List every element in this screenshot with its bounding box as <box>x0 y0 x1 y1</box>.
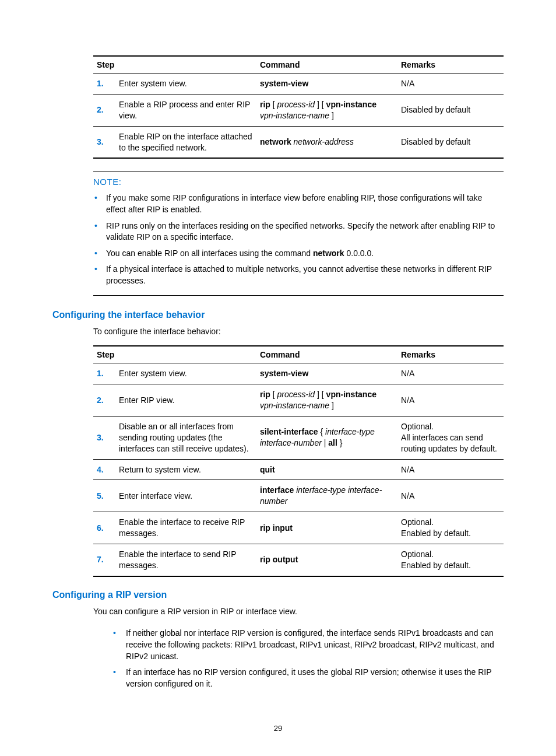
step-desc: Enter interface view. <box>115 480 256 512</box>
col-header-step: Step <box>93 56 256 74</box>
remarks-cell: N/A <box>397 459 504 480</box>
notes-list: If you make some RIP configurations in i… <box>93 190 504 289</box>
table-row: 7.Enable the interface to send RIP messa… <box>93 544 504 576</box>
step-number: 2. <box>93 384 115 416</box>
command-cell: rip output <box>256 544 397 576</box>
step-number: 3. <box>93 126 115 158</box>
interface-behavior-table: Step Command Remarks 1.Enter system view… <box>93 345 504 577</box>
step-number: 1. <box>93 363 115 384</box>
section-title-rip-version: Configuring a RIP version <box>52 590 504 600</box>
col-header-command: Command <box>256 56 397 74</box>
note-item: If you make some RIP configurations in i… <box>93 190 504 218</box>
step-number: 5. <box>93 480 115 512</box>
remarks-cell: Optional.All interfaces can send routing… <box>397 416 504 459</box>
step-desc: Enter system view. <box>115 363 256 384</box>
step-number: 4. <box>93 459 115 480</box>
table-row: 1.Enter system view.system-viewN/A <box>93 363 504 384</box>
step-desc: Disable an or all interfaces from sendin… <box>115 416 256 459</box>
table-row: 4.Return to system view.quitN/A <box>93 459 504 480</box>
command-cell: system-view <box>256 363 397 384</box>
step-desc: Return to system view. <box>115 459 256 480</box>
table-row: 5.Enter interface view.interface interfa… <box>93 480 504 512</box>
remarks-cell: N/A <box>397 363 504 384</box>
step-number: 1. <box>93 74 115 94</box>
note-item: You can enable RIP on all interfaces usi… <box>93 246 504 262</box>
table-row: 2.Enable a RIP process and enter RIP vie… <box>93 94 504 126</box>
remarks-cell: Optional.Enabled by default. <box>397 512 504 544</box>
step-number: 7. <box>93 544 115 576</box>
command-cell: rip input <box>256 512 397 544</box>
remarks-cell: Optional.Enabled by default. <box>397 544 504 576</box>
col-header-remarks: Remarks <box>397 56 504 74</box>
remarks-cell: N/A <box>397 74 504 94</box>
note-item: RIP runs only on the interfaces residing… <box>93 218 504 246</box>
step-number: 2. <box>93 94 115 126</box>
col-header-step: Step <box>93 346 256 363</box>
table-row: 3.Disable an or all interfaces from send… <box>93 416 504 459</box>
content-area-2: To configure the interface behavior: Ste… <box>93 326 504 577</box>
remarks-cell: N/A <box>397 384 504 416</box>
page-number: 29 <box>0 724 556 733</box>
step-desc: Enable the interface to receive RIP mess… <box>115 512 256 544</box>
col-header-remarks: Remarks <box>397 346 504 363</box>
table-row: 6.Enable the interface to receive RIP me… <box>93 512 504 544</box>
list-item: If an interface has no RIP version confi… <box>113 664 504 692</box>
page: Step Command Remarks 1.Enter system view… <box>0 0 556 756</box>
remarks-cell: Disabled by default <box>397 94 504 126</box>
step-desc: Enter RIP view. <box>115 384 256 416</box>
step-number: 3. <box>93 416 115 459</box>
note-box: NOTE: If you make some RIP configuration… <box>93 172 504 295</box>
command-cell: interface interface-type interface-numbe… <box>256 480 397 512</box>
command-cell: silent-interface { interface-type interf… <box>256 416 397 459</box>
remarks-cell: N/A <box>397 480 504 512</box>
step-number: 6. <box>93 512 115 544</box>
table-row: 3.Enable RIP on the interface attached t… <box>93 126 504 158</box>
col-header-command: Command <box>256 346 397 363</box>
step-desc: Enable the interface to send RIP message… <box>115 544 256 576</box>
rip-enable-table: Step Command Remarks 1.Enter system view… <box>93 55 504 159</box>
content-area-3: You can configure a RIP version in RIP o… <box>93 606 504 692</box>
section3-intro: You can configure a RIP version in RIP o… <box>93 606 504 618</box>
table-row: 2.Enter RIP view.rip [ process-id ] [ vp… <box>93 384 504 416</box>
command-cell: rip [ process-id ] [ vpn-instance vpn-in… <box>256 94 397 126</box>
step-desc: Enable a RIP process and enter RIP view. <box>115 94 256 126</box>
command-cell: quit <box>256 459 397 480</box>
remarks-cell: Disabled by default <box>397 126 504 158</box>
section-title-interface-behavior: Configuring the interface behavior <box>52 310 504 320</box>
command-cell: system-view <box>256 74 397 94</box>
step-desc: Enable RIP on the interface attached to … <box>115 126 256 158</box>
note-label: NOTE: <box>93 176 504 190</box>
command-cell: rip [ process-id ] [ vpn-instance vpn-in… <box>256 384 397 416</box>
list-item: If neither global nor interface RIP vers… <box>113 625 504 664</box>
section2-intro: To configure the interface behavior: <box>93 326 504 338</box>
command-cell: network network-address <box>256 126 397 158</box>
note-item: If a physical interface is attached to m… <box>93 261 504 289</box>
content-area: Step Command Remarks 1.Enter system view… <box>93 55 504 296</box>
table-row: 1.Enter system view.system-viewN/A <box>93 74 504 94</box>
section3-bullets: If neither global nor interface RIP vers… <box>93 625 504 692</box>
step-desc: Enter system view. <box>115 74 256 94</box>
